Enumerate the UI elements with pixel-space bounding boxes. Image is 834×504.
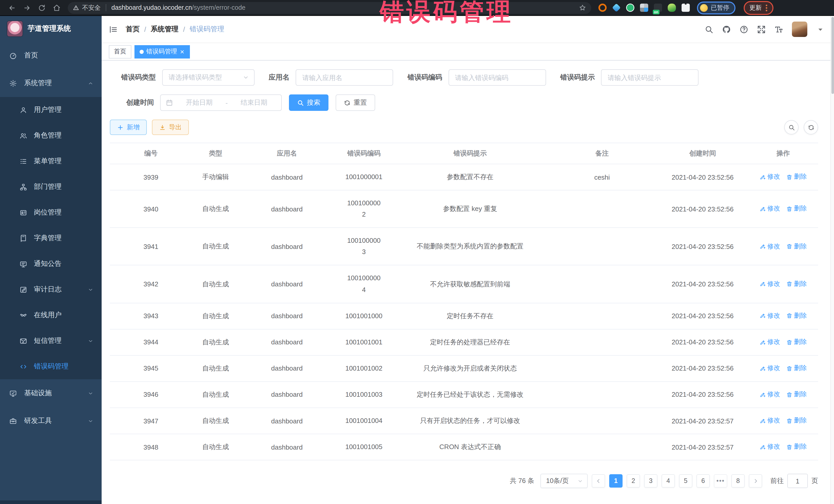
ext-key-icon[interactable] bbox=[668, 4, 676, 12]
security-indicator[interactable]: 不安全 bbox=[73, 3, 101, 12]
page-button-4[interactable]: 4 bbox=[662, 474, 675, 487]
close-icon[interactable] bbox=[180, 49, 185, 54]
edit-link[interactable]: 修改 bbox=[760, 311, 780, 320]
sidebar-item-1[interactable]: 系统管理 bbox=[0, 69, 102, 97]
sidebar-item-7[interactable]: 字典管理 bbox=[0, 225, 102, 251]
breadcrumb-system[interactable]: 系统管理 bbox=[151, 25, 179, 34]
more-pages-button[interactable]: ••• bbox=[714, 474, 727, 487]
page-scrollbar[interactable] bbox=[830, 16, 834, 504]
edit-link[interactable]: 修改 bbox=[760, 443, 780, 452]
browser-menu-icon[interactable] bbox=[766, 7, 767, 8]
error-hint-input[interactable] bbox=[601, 69, 699, 86]
forward-icon[interactable] bbox=[23, 4, 31, 12]
error-type-select[interactable]: 请选择错误码类型 bbox=[162, 69, 254, 86]
toggle-search-button[interactable] bbox=[784, 120, 798, 134]
sidebar-item-2[interactable]: 用户管理 bbox=[0, 97, 102, 123]
edit-link[interactable]: 修改 bbox=[760, 204, 780, 213]
delete-link[interactable]: 删除 bbox=[786, 242, 807, 251]
ext-proxy-icon[interactable]: on bbox=[654, 4, 662, 12]
user-avatar[interactable] bbox=[792, 22, 807, 37]
app-window: 芋道管理系统 首页系统管理用户管理角色管理菜单管理部门管理岗位管理字典管理通知公… bbox=[0, 16, 834, 504]
paused-extension-badge[interactable]: 已暂停 bbox=[697, 1, 736, 14]
sidebar-item-8[interactable]: 通知公告 bbox=[0, 251, 102, 277]
app-name-input[interactable] bbox=[295, 69, 393, 86]
breadcrumb-home[interactable]: 首页 bbox=[126, 25, 139, 34]
edit-link[interactable]: 修改 bbox=[760, 242, 780, 251]
ext-gem-icon[interactable] bbox=[612, 3, 621, 12]
delete-link[interactable]: 删除 bbox=[786, 443, 807, 452]
page-button-2[interactable]: 2 bbox=[627, 474, 640, 487]
page-button-6[interactable]: 6 bbox=[697, 474, 710, 487]
cell-type: 自动生成 bbox=[192, 265, 239, 303]
font-size-icon[interactable] bbox=[774, 25, 783, 34]
browser-update-button[interactable]: 更新 bbox=[744, 1, 773, 15]
ext-vue-icon[interactable] bbox=[626, 4, 634, 12]
search-icon[interactable] bbox=[705, 25, 714, 34]
cell-id: 3946 bbox=[110, 381, 192, 408]
edit-link[interactable]: 修改 bbox=[760, 390, 780, 399]
home-icon[interactable] bbox=[53, 4, 61, 12]
dictionary-icon bbox=[20, 234, 27, 242]
sidebar: 芋道管理系统 首页系统管理用户管理角色管理菜单管理部门管理岗位管理字典管理通知公… bbox=[0, 16, 102, 504]
ext-grid-icon[interactable] bbox=[640, 4, 648, 12]
next-page-button[interactable] bbox=[749, 474, 762, 487]
sidebar-item-6[interactable]: 岗位管理 bbox=[0, 200, 102, 225]
sidebar-item-11[interactable]: 短信管理 bbox=[0, 328, 102, 354]
sidebar-item-3[interactable]: 角色管理 bbox=[0, 123, 102, 148]
search-button[interactable]: 搜索 bbox=[289, 94, 328, 111]
delete-link[interactable]: 删除 bbox=[786, 390, 807, 399]
edit-link[interactable]: 修改 bbox=[760, 173, 780, 181]
prev-page-button[interactable] bbox=[592, 474, 605, 487]
export-button[interactable]: 导出 bbox=[152, 119, 189, 135]
page-button-1[interactable]: 1 bbox=[609, 474, 622, 487]
tab-0[interactable]: 首页 bbox=[109, 45, 131, 58]
bookmark-star-icon[interactable] bbox=[579, 4, 586, 11]
ext-puzzle-icon[interactable] bbox=[682, 4, 690, 12]
page-button-8[interactable]: 8 bbox=[731, 474, 745, 487]
address-bar[interactable]: 不安全 dashboard.yudao.iocoder.cn/system/er… bbox=[68, 2, 591, 14]
url-text[interactable]: dashboard.yudao.iocoder.cn/system/error-… bbox=[111, 4, 579, 11]
edit-icon bbox=[760, 313, 766, 319]
page-button-3[interactable]: 3 bbox=[644, 474, 657, 487]
hamburger-icon[interactable] bbox=[102, 25, 126, 34]
delete-link[interactable]: 删除 bbox=[786, 338, 807, 346]
sidebar-item-5[interactable]: 部门管理 bbox=[0, 174, 102, 200]
delete-link[interactable]: 删除 bbox=[786, 204, 807, 213]
page-size-select[interactable]: 10条/页 bbox=[541, 474, 588, 488]
gear-icon bbox=[9, 79, 17, 87]
delete-link[interactable]: 删除 bbox=[786, 280, 807, 288]
sidebar-item-10[interactable]: 在线用户 bbox=[0, 302, 102, 328]
reload-icon[interactable] bbox=[38, 4, 46, 12]
edit-link[interactable]: 修改 bbox=[760, 280, 780, 288]
sidebar-item-4[interactable]: 菜单管理 bbox=[0, 148, 102, 174]
refresh-table-button[interactable] bbox=[804, 120, 818, 134]
sidebar-logo-row[interactable]: 芋道管理系统 bbox=[0, 16, 102, 42]
back-icon[interactable] bbox=[8, 4, 16, 12]
reset-button[interactable]: 重置 bbox=[336, 94, 375, 111]
edit-link[interactable]: 修改 bbox=[760, 416, 780, 425]
delete-link[interactable]: 删除 bbox=[786, 311, 807, 320]
sidebar-item-0[interactable]: 首页 bbox=[0, 42, 102, 69]
ext-orange-icon[interactable] bbox=[598, 4, 607, 12]
tab-1[interactable]: 错误码管理 bbox=[134, 45, 190, 58]
delete-link[interactable]: 删除 bbox=[786, 364, 807, 373]
edit-link[interactable]: 修改 bbox=[760, 364, 780, 373]
delete-link[interactable]: 删除 bbox=[786, 416, 807, 425]
help-icon[interactable] bbox=[740, 25, 748, 34]
sidebar-item-14[interactable]: 研发工具 bbox=[0, 407, 102, 435]
goto-page-input[interactable] bbox=[787, 474, 808, 488]
sidebar-item-13[interactable]: 基础设施 bbox=[0, 379, 102, 407]
fullscreen-icon[interactable] bbox=[757, 25, 766, 34]
sidebar-item-12[interactable]: 错误码管理 bbox=[0, 354, 102, 379]
sidebar-item-9[interactable]: 审计日志 bbox=[0, 277, 102, 302]
scrollbar-thumb[interactable] bbox=[831, 17, 834, 94]
cell-ops: 修改删除 bbox=[748, 228, 818, 265]
github-icon[interactable] bbox=[722, 25, 731, 34]
edit-link[interactable]: 修改 bbox=[760, 338, 780, 346]
delete-link[interactable]: 删除 bbox=[786, 173, 807, 181]
date-range-picker[interactable]: 开始日期 - 结束日期 bbox=[160, 94, 282, 111]
add-button[interactable]: 新增 bbox=[110, 119, 147, 135]
page-button-5[interactable]: 5 bbox=[679, 474, 692, 487]
caret-down-icon[interactable] bbox=[816, 25, 825, 34]
error-code-input[interactable] bbox=[448, 69, 546, 86]
